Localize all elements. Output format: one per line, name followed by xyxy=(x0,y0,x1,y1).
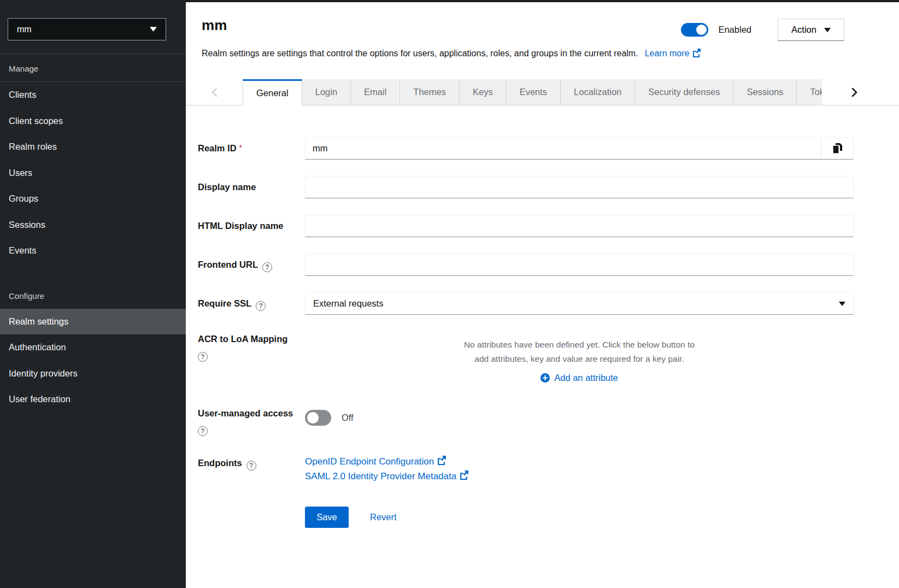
endpoints-label: Endpoints xyxy=(198,458,242,468)
sidebar-item-clients[interactable]: Clients xyxy=(0,82,186,108)
tab-login[interactable]: Login xyxy=(302,79,351,105)
require-ssl-label: Require SSL xyxy=(198,298,251,308)
enabled-label: Enabled xyxy=(718,25,751,35)
frontend-url-row: Frontend URL? xyxy=(198,254,854,276)
page-header: mm Enabled Action xyxy=(186,2,899,41)
required-asterisk: * xyxy=(239,143,242,152)
tab-general[interactable]: General xyxy=(243,79,302,105)
copy-icon xyxy=(832,143,843,154)
saml-metadata-link[interactable]: SAML 2.0 Identity Provider Metadata xyxy=(305,471,854,483)
user-managed-access-toggle[interactable] xyxy=(305,410,331,426)
toggle-knob xyxy=(307,412,319,424)
caret-down-icon xyxy=(839,302,845,306)
realm-id-row: Realm ID* xyxy=(198,137,854,160)
display-name-label: Display name xyxy=(198,182,256,192)
openid-endpoint-label: OpenID Endpoint Configuration xyxy=(305,456,434,467)
sidebar-item-groups[interactable]: Groups xyxy=(0,186,186,212)
page-title: mm xyxy=(202,17,227,34)
require-ssl-value: External requests xyxy=(313,298,383,309)
chevron-left-icon xyxy=(211,88,218,97)
help-icon[interactable]: ? xyxy=(246,461,256,471)
tab-themes[interactable]: Themes xyxy=(400,79,460,105)
display-name-row: Display name xyxy=(198,176,854,198)
sidebar: mm Manage Clients Client scopes Realm ro… xyxy=(0,0,186,588)
external-link-icon xyxy=(692,49,701,61)
external-link-icon xyxy=(459,471,468,483)
saml-metadata-label: SAML 2.0 Identity Provider Metadata xyxy=(305,471,456,482)
nav-group-manage: Manage xyxy=(0,54,186,82)
action-label: Action xyxy=(791,25,816,35)
header-controls: Enabled Action xyxy=(681,19,844,41)
require-ssl-select[interactable]: External requests xyxy=(305,292,854,315)
revert-link[interactable]: Revert xyxy=(370,512,397,522)
add-attribute-link[interactable]: Add an attribute xyxy=(540,373,618,383)
toggle-knob xyxy=(696,25,707,35)
general-settings-form: Realm ID* Display name xyxy=(186,105,899,528)
plus-circle-icon xyxy=(540,373,550,383)
tab-security-defenses[interactable]: Security defenses xyxy=(635,79,733,105)
sidebar-item-identity-providers[interactable]: Identity providers xyxy=(0,361,186,387)
openid-endpoint-link[interactable]: OpenID Endpoint Configuration xyxy=(305,456,854,468)
learn-more-label: Learn more xyxy=(645,49,690,58)
acr-loa-row: ACR to LoA Mapping ? No attributes have … xyxy=(198,331,854,385)
acr-loa-empty-text: No attributes have been defined yet. Cli… xyxy=(459,338,700,366)
tab-tokens-truncated[interactable]: Tok xyxy=(797,79,822,105)
endpoints-row: Endpoints? OpenID Endpoint Configuration… xyxy=(198,455,854,483)
sidebar-item-realm-settings[interactable]: Realm settings xyxy=(0,309,186,335)
require-ssl-row: Require SSL? External requests xyxy=(198,292,854,315)
main-content: mm Enabled Action Realm settings are set… xyxy=(186,0,899,588)
help-icon[interactable]: ? xyxy=(198,426,208,436)
tab-sessions[interactable]: Sessions xyxy=(733,79,797,105)
sidebar-item-user-federation[interactable]: User federation xyxy=(0,386,186,413)
user-managed-access-row: User-managed access ? Off xyxy=(198,405,854,436)
learn-more-link[interactable]: Learn more xyxy=(645,49,701,58)
acr-loa-label: ACR to LoA Mapping xyxy=(198,334,287,344)
sidebar-item-users[interactable]: Users xyxy=(0,160,186,186)
acr-loa-empty-state: No attributes have been defined yet. Cli… xyxy=(305,331,854,385)
tab-email[interactable]: Email xyxy=(351,79,400,105)
add-attribute-label: Add an attribute xyxy=(554,373,618,383)
tab-localization[interactable]: Localization xyxy=(561,79,635,105)
sidebar-item-client-scopes[interactable]: Client scopes xyxy=(0,108,186,134)
tab-scroll-left-button[interactable] xyxy=(186,79,243,105)
html-display-name-label: HTML Display name xyxy=(198,221,283,231)
sidebar-item-authentication[interactable]: Authentication xyxy=(0,334,186,361)
user-managed-access-state: Off xyxy=(342,413,354,423)
realm-selector-dropdown[interactable]: mm xyxy=(8,18,166,40)
frontend-url-input[interactable] xyxy=(305,254,854,276)
html-display-name-input[interactable] xyxy=(305,215,854,237)
realm-selector-header: mm xyxy=(0,0,186,54)
chevron-down-icon xyxy=(150,27,157,32)
nav-group-configure: Configure xyxy=(0,281,186,309)
page-description-row: Realm settings are settings that control… xyxy=(186,41,899,61)
html-display-name-row: HTML Display name xyxy=(198,215,854,237)
external-link-icon xyxy=(437,456,446,468)
sidebar-item-realm-roles[interactable]: Realm roles xyxy=(0,134,186,160)
tab-scroll-right-button[interactable] xyxy=(822,79,899,105)
save-button[interactable]: Save xyxy=(305,507,349,528)
chevron-right-icon xyxy=(851,88,857,97)
sidebar-item-sessions[interactable]: Sessions xyxy=(0,212,186,238)
tab-bar: General Login Email Themes Keys Events L… xyxy=(186,79,899,105)
sidebar-item-events[interactable]: Events xyxy=(0,238,186,264)
form-actions: Save Revert xyxy=(305,507,854,528)
display-name-input[interactable] xyxy=(305,176,854,198)
frontend-url-label: Frontend URL xyxy=(198,260,258,269)
tab-events[interactable]: Events xyxy=(507,79,561,105)
action-dropdown-button[interactable]: Action xyxy=(778,19,844,41)
help-icon[interactable]: ? xyxy=(198,352,208,362)
help-icon[interactable]: ? xyxy=(262,262,272,272)
user-managed-access-label: User-managed access xyxy=(198,408,293,418)
page-description: Realm settings are settings that control… xyxy=(202,49,638,58)
caret-down-icon xyxy=(824,28,831,32)
realm-id-input-group xyxy=(305,137,854,160)
help-icon[interactable]: ? xyxy=(256,301,266,311)
realm-enabled-toggle[interactable] xyxy=(681,23,708,37)
copy-button[interactable] xyxy=(821,138,853,159)
realm-id-label: Realm ID xyxy=(198,143,237,153)
realm-id-input[interactable] xyxy=(305,138,821,159)
tab-keys[interactable]: Keys xyxy=(460,79,507,105)
realm-selector-value: mm xyxy=(17,25,32,34)
